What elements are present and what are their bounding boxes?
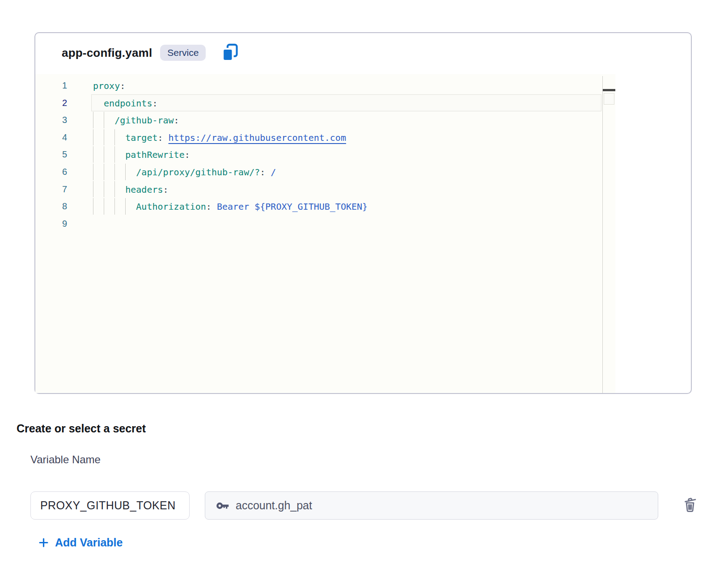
code-token: Bearer ${PROXY_GITHUB_TOKEN} (217, 201, 368, 212)
code-token (265, 167, 271, 178)
code-token: proxy (93, 80, 120, 91)
delete-variable-button[interactable] (680, 494, 700, 514)
code-lines: 1proxy:2endpoints:3/github-raw:4target: … (35, 77, 615, 232)
code-token: pathRewrite (125, 149, 184, 160)
code-token: : (260, 167, 265, 178)
indent-guide (114, 181, 125, 198)
indent-guide (93, 129, 104, 146)
indent-guide (93, 95, 104, 111)
file-title: app-config.yaml (62, 46, 152, 60)
indent-guide (104, 198, 114, 215)
indent-guide (104, 146, 114, 163)
code-line: 8Authorization: Bearer ${PROXY_GITHUB_TO… (35, 198, 615, 215)
indent-guide (114, 129, 125, 146)
code-line-content: endpoints: (91, 94, 601, 112)
plus-icon (38, 537, 50, 549)
indent-guide (104, 112, 114, 128)
selected-secret-value: account.gh_pat (236, 499, 312, 512)
indent-guide (93, 181, 104, 198)
code-line: 4target: https://raw.githubusercontent.c… (35, 129, 615, 146)
code-token: : (157, 132, 163, 143)
code-token: endpoints (104, 98, 152, 109)
line-number: 1 (35, 77, 92, 94)
add-variable-button[interactable]: Add Variable (38, 536, 123, 549)
code-token: target (125, 132, 157, 143)
line-number: 6 (35, 163, 92, 181)
code-line-content (92, 215, 602, 233)
line-number: 2 (35, 94, 92, 112)
code-token: : (152, 98, 157, 109)
code-token: : (120, 80, 125, 91)
code-line: 5pathRewrite: (35, 146, 615, 163)
indent-guide (93, 198, 104, 215)
code-line-content: /api/proxy/github-raw/?: / (92, 163, 602, 181)
code-line-content: target: https://raw.githubusercontent.co… (92, 129, 602, 146)
service-badge: Service (160, 45, 206, 61)
code-line: 7headers: (35, 181, 615, 198)
code-line: 2endpoints: (35, 94, 615, 112)
overview-ruler (602, 76, 603, 393)
indent-guide (125, 164, 136, 180)
indent-guide (93, 146, 104, 163)
indent-guide (93, 112, 104, 128)
code-token: : (206, 201, 212, 212)
add-variable-label: Add Variable (55, 536, 123, 549)
scrollbar-position-mark (603, 89, 615, 91)
code-token (212, 201, 217, 212)
code-token: : (174, 115, 179, 126)
indent-guide (104, 129, 114, 146)
yaml-code-editor[interactable]: 1proxy:2endpoints:3/github-raw:4target: … (35, 74, 615, 393)
variable-name-input[interactable] (30, 491, 190, 520)
code-token: : (163, 184, 169, 195)
code-token: : (185, 149, 190, 160)
variable-name-label: Variable Name (30, 453, 101, 466)
code-line-content: Authorization: Bearer ${PROXY_GITHUB_TOK… (92, 198, 602, 215)
code-link[interactable]: https://raw.githubusercontent.com (169, 132, 346, 143)
code-card-header: app-config.yaml Service (62, 43, 239, 63)
code-line: 9 (35, 215, 615, 233)
indent-guide (125, 198, 136, 215)
copy-button[interactable] (221, 43, 239, 63)
indent-guide (114, 198, 125, 215)
code-token: /github-raw (114, 115, 174, 126)
code-token (163, 132, 169, 143)
line-number: 8 (35, 198, 92, 215)
trash-icon (681, 495, 699, 513)
indent-guide (104, 181, 114, 198)
line-number: 9 (35, 215, 92, 233)
code-line-content: proxy: (92, 77, 602, 94)
code-line: 1proxy: (35, 77, 615, 94)
code-line: 6/api/proxy/github-raw/?: / (35, 163, 615, 181)
line-number: 4 (35, 129, 92, 146)
code-line-content: pathRewrite: (92, 146, 602, 163)
section-heading: Create or select a secret (17, 422, 146, 435)
code-card: app-config.yaml Service 1proxy:2endpoint… (34, 32, 692, 394)
indent-guide (114, 164, 125, 180)
secret-select[interactable]: account.gh_pat (205, 491, 658, 520)
code-token: Authorization (136, 201, 206, 212)
code-token: /api/proxy/github-raw/? (136, 167, 260, 178)
indent-guide (114, 146, 125, 163)
ruler-active-line-box (604, 93, 614, 105)
code-line-content: /github-raw: (92, 111, 602, 129)
code-line: 3/github-raw: (35, 111, 615, 129)
line-number: 3 (35, 111, 92, 129)
key-icon (216, 499, 229, 512)
code-line-content: headers: (92, 181, 602, 198)
line-number: 5 (35, 146, 92, 163)
indent-guide (93, 164, 104, 180)
code-token: headers (125, 184, 163, 195)
line-number: 7 (35, 181, 92, 198)
copy-icon (221, 43, 238, 62)
code-token: / (271, 167, 276, 178)
indent-guide (104, 164, 114, 180)
